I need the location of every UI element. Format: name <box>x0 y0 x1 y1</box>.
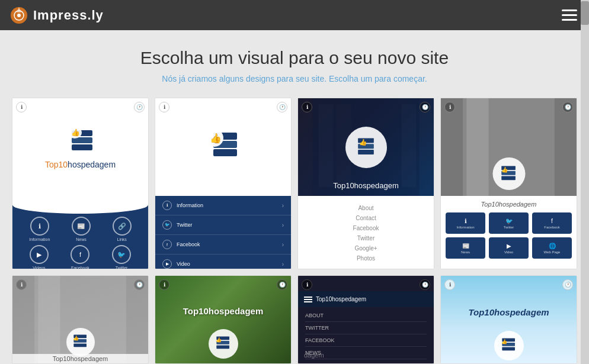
nav-videos[interactable]: ▶ Videos <box>30 245 49 269</box>
server-hand-2: 👍 <box>197 124 250 171</box>
template-card-7[interactable]: ℹ 🕐 Top10hospedagem ABOUT TWITTER FACEBO… <box>297 275 434 364</box>
card-4-bottom: Top10hospedagem ℹ Information 🐦 Twitter … <box>441 196 577 269</box>
list-item-info[interactable]: ℹ Information › <box>155 196 291 215</box>
template-card-8[interactable]: ℹ 🕐 Top10hospedagem 👍 <box>440 275 577 364</box>
card-3-bottom: About Contact Facebook Twitter Google+ P… <box>298 196 434 269</box>
nav-links[interactable]: 🔗 Links <box>113 217 132 241</box>
clock-icon-2[interactable]: 🕐 <box>277 102 287 112</box>
list-item-twitter[interactable]: 🐦 Twitter › <box>155 215 291 235</box>
nav-news[interactable]: 📰 News <box>72 217 91 241</box>
list-item-facebook[interactable]: f Facebook › <box>155 235 291 255</box>
svg-rect-25 <box>555 98 577 196</box>
svg-text:👍: 👍 <box>501 339 508 345</box>
nav-info-icon: ℹ <box>30 217 49 236</box>
grid-video[interactable]: ▶ Video <box>489 237 529 259</box>
card-4-icons: ℹ 🕐 <box>441 102 577 112</box>
hamburger-menu[interactable] <box>559 7 580 23</box>
nav-videos-icon: ▶ <box>30 245 49 264</box>
page-title: Escolha um visual para o seu novo site <box>12 48 577 68</box>
svg-text:👍: 👍 <box>71 128 80 137</box>
svg-rect-14 <box>319 104 334 187</box>
menu-item-about[interactable]: ABOUT <box>305 310 427 322</box>
card-4-top: 👍 <box>441 98 577 196</box>
menu-photos[interactable]: Photos <box>357 255 375 262</box>
nav-facebook[interactable]: f Facebook <box>71 245 89 269</box>
nav-news-label: News <box>76 237 87 241</box>
grid-news-label: News <box>461 250 470 254</box>
menu-twitter[interactable]: Twitter <box>357 235 374 241</box>
template-card-5[interactable]: ℹ 🕐 👍 <box>12 275 149 364</box>
grid-facebook-label: Facebook <box>544 226 559 229</box>
clock-icon-5[interactable]: 🕐 <box>134 279 145 290</box>
menu-about[interactable]: About <box>358 205 373 211</box>
clock-icon[interactable]: 🕐 <box>134 102 145 112</box>
svg-point-2 <box>17 14 21 17</box>
logo-icon <box>9 6 28 25</box>
info-icon-4[interactable]: ℹ <box>444 102 455 112</box>
card-5-logo: 👍 <box>66 328 95 356</box>
info-icon[interactable]: ℹ <box>16 102 27 112</box>
template-card-4[interactable]: ℹ 🕐 <box>440 98 577 269</box>
grid-webpage[interactable]: 🌐 Web Page <box>532 237 572 259</box>
menu-facebook[interactable]: Facebook <box>353 225 379 231</box>
card-6-icons: ℹ 🕐 <box>155 279 291 290</box>
scrollbar[interactable] <box>581 0 589 364</box>
nav-links-icon: 🔗 <box>113 217 132 236</box>
list-twitter-text: Twitter <box>177 222 193 228</box>
card-8-logo: 👍 <box>494 331 524 360</box>
nav-icons-row2: ▶ Videos f Facebook 🐦 Twitter <box>12 241 148 269</box>
svg-text:👍: 👍 <box>216 337 222 343</box>
menu-item-twitter[interactable]: TWITTER <box>305 322 427 334</box>
info-icon-5[interactable]: ℹ <box>16 279 27 290</box>
clock-icon-3[interactable]: 🕐 <box>420 102 430 112</box>
card-3-logo-circle: 👍 <box>345 127 387 168</box>
nav-info-label: Information <box>29 237 50 241</box>
svg-rect-23 <box>441 98 463 196</box>
list-facebook-text: Facebook <box>177 241 200 247</box>
menu-item-facebook[interactable]: FACEBOOK <box>305 334 427 347</box>
info-icon-6[interactable]: ℹ <box>159 279 169 290</box>
clock-icon-4[interactable]: 🕐 <box>562 102 573 112</box>
nav-facebook-icon: f <box>71 245 89 264</box>
chevron-4: › <box>282 261 284 268</box>
info-icon-8[interactable]: ℹ <box>444 279 455 290</box>
grid-twitter-label: Twitter <box>504 226 514 229</box>
menu-google[interactable]: Google+ <box>354 245 377 252</box>
nav-info[interactable]: ℹ Information <box>29 217 50 241</box>
nav-twitter-label: Twitter <box>116 266 128 269</box>
card-7-partial-brand: dagem <box>304 352 324 359</box>
nav-twitter[interactable]: 🐦 Twitter <box>112 245 131 269</box>
icon-grid-4: ℹ Information 🐦 Twitter f Facebook 📰 New… <box>446 212 572 259</box>
grid-facebook[interactable]: f Facebook <box>532 212 572 234</box>
menu-item-video[interactable]: VIDEO <box>305 359 427 364</box>
template-card-6[interactable]: ℹ 🕐 Top10hospedagem 👍 <box>155 275 292 364</box>
chevron-2: › <box>282 222 284 228</box>
template-card-3[interactable]: ℹ 🕐 <box>297 98 434 269</box>
card-2-icons: ℹ 🕐 <box>155 102 291 112</box>
template-card-2[interactable]: ℹ 🕐 👍 ℹ Information › <box>155 98 292 269</box>
template-card-1[interactable]: ℹ 🕐 👍 Top10hospedagem <box>12 98 149 269</box>
info-icon-2[interactable]: ℹ <box>159 102 169 112</box>
scrollbar-thumb[interactable] <box>581 1 589 25</box>
info-icon-3[interactable]: ℹ <box>302 102 312 112</box>
info-icon-7[interactable]: ℹ <box>302 279 312 290</box>
svg-text:👍: 👍 <box>359 138 367 146</box>
chevron-3: › <box>282 241 284 248</box>
hamburger-line-2 <box>562 14 577 16</box>
grid-twitter[interactable]: 🐦 Twitter <box>489 212 529 234</box>
grid-info-label: Information <box>456 226 474 229</box>
svg-rect-47 <box>502 347 515 351</box>
clock-icon-6[interactable]: 🕐 <box>277 279 287 290</box>
card-7-icons: ℹ 🕐 <box>298 279 434 290</box>
menu-contact[interactable]: Contact <box>356 215 376 221</box>
svg-rect-28 <box>501 176 516 180</box>
grid-news[interactable]: 📰 News <box>446 237 485 259</box>
clock-icon-8[interactable]: 🕐 <box>562 279 573 290</box>
list-info-text: Information <box>177 202 203 208</box>
grid-webpage-icon: 🌐 <box>549 243 556 249</box>
grid-info[interactable]: ℹ Information <box>446 212 485 234</box>
logo-text: Impress.ly <box>33 8 104 23</box>
list-item-video[interactable]: ▶ Video › <box>155 255 291 269</box>
main-content: Escolha um visual para o seu novo site N… <box>0 30 589 364</box>
clock-icon-7[interactable]: 🕐 <box>420 279 430 290</box>
